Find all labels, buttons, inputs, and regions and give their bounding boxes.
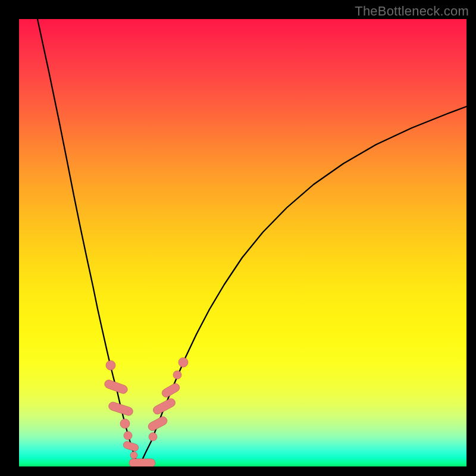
data-markers [104, 358, 188, 466]
curve-left-branch [37, 19, 137, 462]
marker-pill [129, 459, 155, 466]
marker-pill [152, 397, 177, 415]
marker-dot [124, 431, 132, 440]
chart-frame: TheBottleneck.com [0, 0, 476, 476]
curve-right-branch [141, 107, 466, 462]
marker-dot [106, 361, 115, 370]
marker-dot [120, 419, 130, 428]
marker-pill [108, 401, 134, 416]
marker-dot [178, 358, 188, 367]
plot-area [19, 19, 466, 466]
watermark-text: TheBottleneck.com [355, 4, 469, 19]
marker-dot [173, 371, 181, 379]
marker-pill [161, 382, 181, 399]
marker-pill [147, 415, 169, 432]
marker-dot [149, 433, 157, 441]
marker-pill [104, 379, 129, 395]
chart-overlay [19, 19, 466, 466]
marker-dot [130, 452, 137, 459]
